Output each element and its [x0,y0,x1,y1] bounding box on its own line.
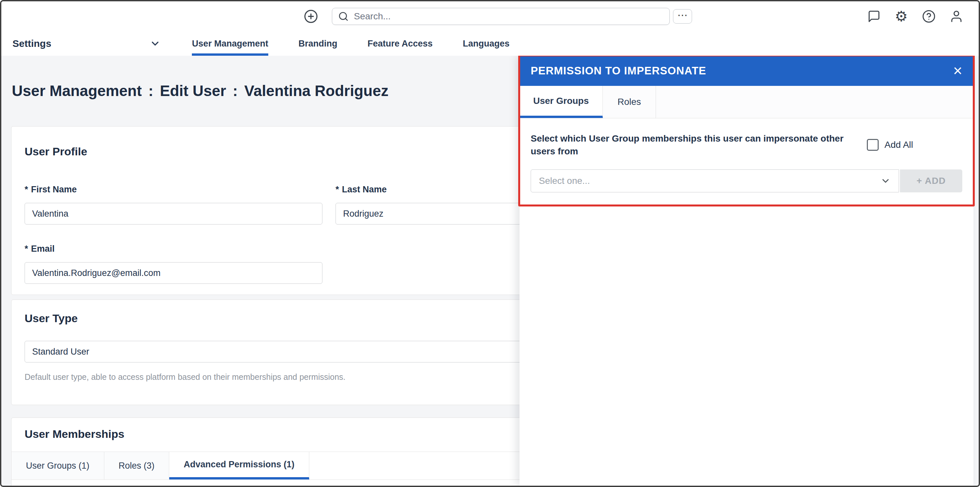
app-window: ⋯ ⚙ Settings User Management Bran [0,0,980,487]
first-name-label-text: First Name [31,184,77,195]
settings-menu[interactable]: Settings [1,32,161,56]
panel-description: Select which User Group memberships this… [531,132,846,158]
email-field: * Email [25,244,322,284]
tab-roles-count[interactable]: Roles (3) [104,452,170,479]
title-separator: : [148,82,153,99]
first-name-label: * First Name [25,184,322,195]
close-icon[interactable]: × [953,63,962,79]
required-marker: * [25,244,28,254]
permission-to-impersonate-panel: PERMISSION TO IMPERSONATE × User Groups … [520,56,974,486]
main-content: User Management:Edit User:Valentina Rodr… [1,56,979,486]
panel-tab-user-groups[interactable]: User Groups [520,86,603,118]
page-title-subsection: Edit User [160,82,226,99]
add-all-checkbox[interactable] [867,139,879,151]
email-input[interactable] [25,262,322,284]
panel-header: PERMISSION TO IMPERSONATE × [520,56,974,86]
add-all-control: Add All [867,139,913,151]
more-options-button[interactable]: ⋯ [673,9,692,24]
panel-tab-roles[interactable]: Roles [603,86,656,118]
search-icon [338,11,348,22]
first-name-input[interactable] [25,203,322,225]
help-icon[interactable] [921,8,937,24]
chevron-down-icon [150,38,161,49]
tab-user-groups-count[interactable]: User Groups (1) [11,452,104,479]
tab-advanced-permissions[interactable]: Advanced Permissions (1) [169,452,309,479]
top-bar: ⋯ ⚙ [1,1,979,32]
user-profile-icon[interactable] [948,8,964,24]
tab-branding[interactable]: Branding [299,32,337,56]
title-separator: : [233,82,238,99]
tab-languages[interactable]: Languages [463,32,510,56]
settings-gear-icon[interactable]: ⚙ [893,8,909,24]
panel-title: PERMISSION TO IMPERSONATE [531,65,706,77]
add-all-label: Add All [885,140,913,150]
last-name-label-text: Last Name [342,184,387,195]
add-button[interactable]: + ADD [900,170,962,192]
chevron-down-icon [880,176,891,186]
email-label: * Email [25,244,322,254]
search-bar [332,8,670,25]
settings-nav: Settings User Management Branding Featur… [1,32,979,56]
email-label-text: Email [31,244,55,254]
panel-tabs: User Groups Roles [520,86,974,118]
tab-feature-access[interactable]: Feature Access [368,32,433,56]
select-placeholder: Select one... [539,176,590,186]
chat-icon[interactable] [866,8,881,24]
user-group-select[interactable]: Select one... [531,170,899,192]
required-marker: * [336,184,339,195]
page-title-user-name: Valentina Rodriguez [244,82,389,99]
group-select-row: Select one... + ADD [531,170,962,192]
panel-description-row: Select which User Group memberships this… [531,132,962,158]
panel-body: Select which User Group memberships this… [520,118,974,206]
tab-user-management[interactable]: User Management [192,32,268,56]
first-name-field: * First Name [25,184,322,225]
topbar-right-icons: ⚙ [866,8,967,24]
create-plus-icon[interactable] [303,8,319,24]
search-input[interactable] [353,11,663,22]
page-title-section: User Management [12,82,142,99]
required-marker: * [25,184,28,195]
settings-label: Settings [13,38,51,49]
settings-tabs: User Management Branding Feature Access … [192,32,509,56]
